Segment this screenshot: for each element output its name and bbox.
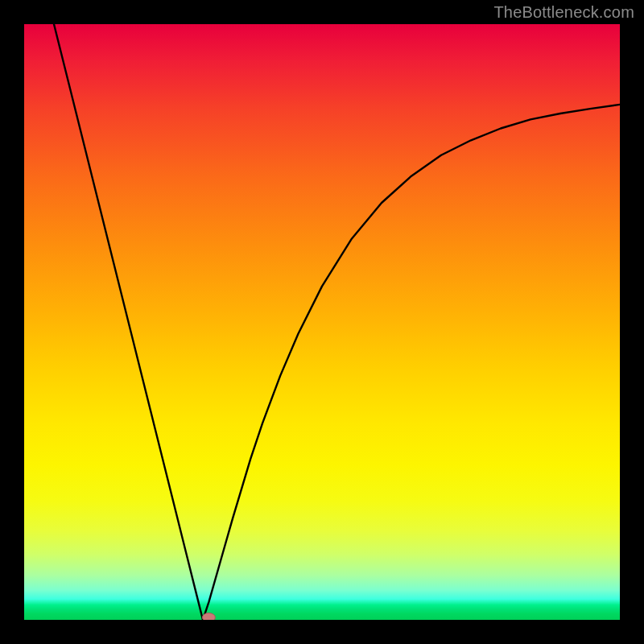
watermark-text: TheBottleneck.com [493, 3, 634, 22]
chart-frame: TheBottleneck.com [0, 0, 644, 644]
bottleneck-curve [54, 24, 620, 620]
curve-minimum-marker [202, 613, 215, 621]
bottleneck-curve-svg [24, 24, 620, 620]
